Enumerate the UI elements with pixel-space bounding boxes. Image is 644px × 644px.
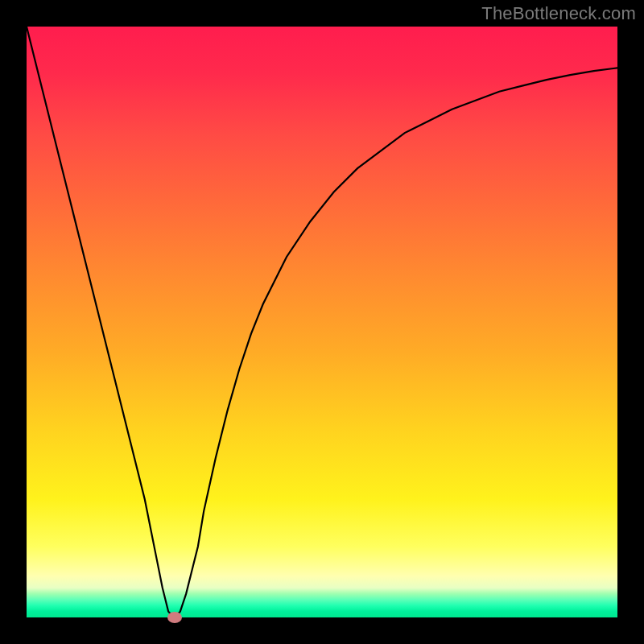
chart-frame: TheBottleneck.com xyxy=(0,0,644,644)
bottleneck-curve xyxy=(27,27,617,617)
plot-area xyxy=(27,27,617,617)
minimum-marker xyxy=(167,612,182,623)
watermark-text: TheBottleneck.com xyxy=(481,3,636,24)
curve-path xyxy=(27,27,617,617)
